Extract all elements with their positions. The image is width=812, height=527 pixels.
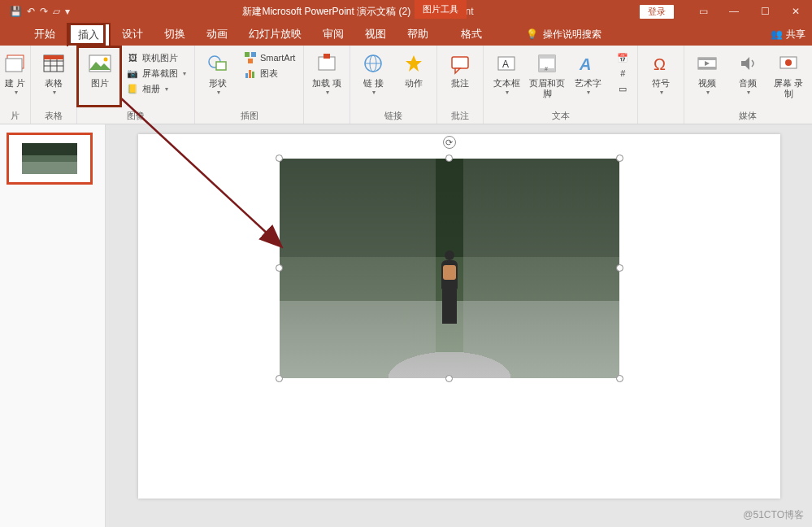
group-media: 视频 音频 屏幕 录制 媒体 xyxy=(684,46,811,124)
photo-album-button[interactable]: 📒相册 xyxy=(121,81,191,96)
slide-canvas[interactable] xyxy=(138,134,780,499)
resize-handle-br[interactable] xyxy=(616,375,623,382)
textbox-icon: A xyxy=(493,50,519,76)
group-label: 片 xyxy=(11,108,20,122)
rotate-handle[interactable] xyxy=(443,136,456,149)
window-controls: 登录 ▭ — ☐ ✕ xyxy=(640,5,809,19)
wordart-button[interactable]: A艺术字 xyxy=(568,49,607,98)
resize-handle-l[interactable] xyxy=(276,264,283,272)
video-icon xyxy=(694,50,720,76)
resize-handle-tl[interactable] xyxy=(276,155,283,162)
resize-handle-r[interactable] xyxy=(616,264,623,272)
tell-me-search[interactable]: 💡 操作说明搜索 xyxy=(526,28,601,41)
addins-button[interactable]: 加载 项 xyxy=(307,49,346,98)
svg-point-9 xyxy=(104,58,108,62)
tab-slideshow[interactable]: 幻灯片放映 xyxy=(239,24,311,46)
picture-button[interactable]: 图片 xyxy=(80,49,119,90)
qat-dropdown-icon[interactable]: ▾ xyxy=(65,6,70,17)
close-icon[interactable]: ✕ xyxy=(783,6,809,17)
svg-rect-11 xyxy=(216,62,226,70)
group-links: 链 接 动作 链接 xyxy=(350,46,437,124)
slide-thumbnail-1[interactable] xyxy=(7,133,93,185)
screen-recording-button[interactable]: 屏幕 录制 xyxy=(769,49,808,100)
slide-editor[interactable] xyxy=(106,124,812,527)
textbox-button[interactable]: A文本框 xyxy=(487,49,526,98)
resize-handle-b[interactable] xyxy=(445,375,453,382)
group-label: 插图 xyxy=(241,108,258,122)
document-title: 新建Microsoft PowerPoint 演示文稿 (2) - PowerP… xyxy=(76,5,640,19)
svg-point-40 xyxy=(785,59,792,66)
addins-icon xyxy=(314,50,340,76)
ribbon: 建 片 片 表格 表格 图片 🖼联机图片 📷屏幕截图 📒相册 图像 形状 Sma… xyxy=(0,46,812,124)
resize-handle-t[interactable] xyxy=(445,155,453,162)
tab-help[interactable]: 帮助 xyxy=(397,24,438,46)
group-text: A文本框 #页眉和页脚 A艺术字 📅 # ▭ 文本 xyxy=(484,46,638,124)
svg-text:#: # xyxy=(545,66,548,72)
shapes-button[interactable]: 形状 xyxy=(198,49,237,98)
number-icon: # xyxy=(616,67,629,80)
bulb-icon: 💡 xyxy=(526,28,538,40)
header-footer-icon: # xyxy=(534,50,560,76)
link-button[interactable]: 链 接 xyxy=(354,49,393,98)
share-button[interactable]: 👥 共享 xyxy=(771,28,812,41)
image-content xyxy=(280,159,619,378)
tab-animation[interactable]: 动画 xyxy=(197,24,237,46)
group-label: 表格 xyxy=(45,108,63,122)
symbol-button[interactable]: Ω符号 xyxy=(641,49,680,98)
undo-icon[interactable]: ↶ xyxy=(27,6,35,17)
save-icon[interactable]: 💾 xyxy=(10,6,22,17)
image-subject xyxy=(436,250,462,324)
tab-review[interactable]: 审阅 xyxy=(313,24,354,46)
svg-rect-12 xyxy=(245,52,250,57)
action-button[interactable]: 动作 xyxy=(394,49,433,90)
table-button[interactable]: 表格 xyxy=(34,49,73,98)
date-icon: 📅 xyxy=(616,51,629,64)
doc-name: 新建Microsoft PowerPoint 演示文稿 (2) xyxy=(242,5,410,19)
watermark: @51CTO博客 xyxy=(743,508,804,522)
screenshot-button[interactable]: 📷屏幕截图 xyxy=(121,66,191,81)
maximize-icon[interactable]: ☐ xyxy=(752,6,778,17)
start-from-beginning-icon[interactable]: ▱ xyxy=(53,6,60,17)
video-button[interactable]: 视频 xyxy=(688,49,727,98)
symbol-icon: Ω xyxy=(648,50,674,76)
audio-icon xyxy=(735,50,761,76)
redo-icon[interactable]: ↷ xyxy=(40,6,48,17)
tab-start[interactable]: 开始 xyxy=(24,24,65,46)
tab-view[interactable]: 视图 xyxy=(355,24,396,46)
screen-rec-icon xyxy=(775,50,801,76)
comment-icon xyxy=(447,50,473,76)
svg-marker-23 xyxy=(406,55,422,72)
tab-design[interactable]: 设计 xyxy=(112,24,153,46)
group-label: 文本 xyxy=(552,108,570,122)
minimize-icon[interactable]: — xyxy=(721,6,747,17)
svg-rect-35 xyxy=(698,58,716,60)
smartart-button[interactable]: SmartArt xyxy=(239,50,300,65)
slide-number-button[interactable]: # xyxy=(611,66,634,81)
tab-transition[interactable]: 切换 xyxy=(154,24,195,46)
selected-image[interactable] xyxy=(280,159,619,378)
new-slide-button[interactable]: 建 片 xyxy=(0,49,35,98)
svg-rect-13 xyxy=(251,52,256,57)
header-footer-button[interactable]: #页眉和页脚 xyxy=(528,49,567,100)
date-time-button[interactable]: 📅 xyxy=(611,50,634,65)
workspace xyxy=(0,124,812,527)
share-label: 共享 xyxy=(786,28,805,41)
tab-insert[interactable]: 插入 xyxy=(67,23,111,46)
group-images: 图片 🖼联机图片 📷屏幕截图 📒相册 图像 xyxy=(77,46,195,124)
audio-button[interactable]: 音频 xyxy=(728,49,767,98)
login-button[interactable]: 登录 xyxy=(640,5,674,19)
online-pictures-button[interactable]: 🖼联机图片 xyxy=(121,50,191,65)
comment-button[interactable]: 批注 xyxy=(441,49,480,90)
resize-handle-tr[interactable] xyxy=(616,155,623,162)
group-slides: 建 片 片 xyxy=(0,46,31,124)
ribbon-display-icon[interactable]: ▭ xyxy=(690,6,716,17)
slide-thumbnail-panel xyxy=(0,124,106,527)
tab-format[interactable]: 格式 xyxy=(451,24,492,46)
svg-rect-17 xyxy=(252,72,254,78)
resize-handle-bl[interactable] xyxy=(276,375,283,382)
chart-button[interactable]: 图表 xyxy=(239,66,300,81)
svg-rect-29 xyxy=(539,55,555,59)
title-bar: 💾 ↶ ↷ ▱ ▾ 新建Microsoft PowerPoint 演示文稿 (2… xyxy=(0,0,812,23)
table-icon xyxy=(41,50,67,76)
object-button[interactable]: ▭ xyxy=(611,81,634,96)
